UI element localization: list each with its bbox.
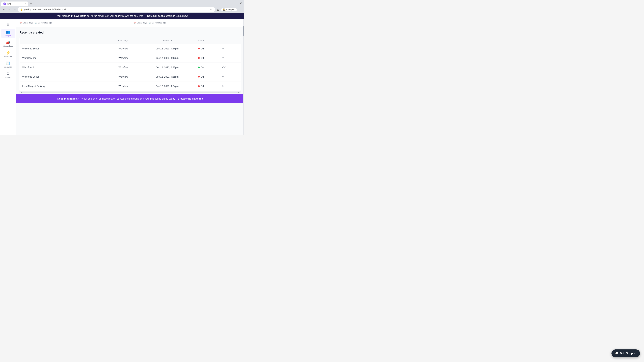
edit-button-0[interactable]: ✏ xyxy=(221,46,225,51)
sidebar-item-people[interactable]: 👥 People xyxy=(1,29,15,38)
logo-icon: ☺ xyxy=(6,23,10,26)
stat-updated-text-1: 23 minutes ago xyxy=(38,22,52,24)
people-label: People xyxy=(5,35,11,37)
stat-card-2: 📅 Last 7 days 🕐 23 minutes ago xyxy=(130,19,244,27)
workflows-table: Campaign Created on Status Welcome Serie… xyxy=(20,37,241,91)
stat-date-2: Last 7 days xyxy=(137,22,147,24)
row-created-4: Dec 12, 2023, 4:34pm xyxy=(138,81,196,91)
col-created-on: Created on xyxy=(138,37,196,44)
sidebar: ☺ 👥 People 📣 Campaigns ⚡ Workflows 📊 Ana… xyxy=(0,19,16,135)
workflows-icon: ⚡ xyxy=(6,51,10,55)
row-status-2: On xyxy=(196,63,218,72)
table-header-row: Campaign Created on Status xyxy=(20,37,241,44)
section-title: Recently created xyxy=(20,31,241,34)
col-status: Status xyxy=(196,37,218,44)
close-button[interactable]: ✕ xyxy=(239,1,243,5)
inspiration-text: Try out one or all of these proven strat… xyxy=(79,97,176,100)
row-action-3[interactable]: ✏ xyxy=(218,72,241,81)
campaigns-icon: 📣 xyxy=(6,41,10,44)
inspiration-prefix: Need inspiration? xyxy=(57,97,79,100)
row-action-1[interactable]: ✏ xyxy=(218,53,241,63)
row-action-4[interactable]: ✏ xyxy=(218,81,241,91)
row-status-0: Off xyxy=(196,44,218,53)
recently-created-section: Recently created Campaign Created on Sta… xyxy=(16,27,244,93)
restore-button[interactable]: ❐ xyxy=(233,1,237,5)
row-created-0: Dec 12, 2023, 4:44pm xyxy=(138,44,196,53)
row-created-1: Dec 12, 2023, 4:42pm xyxy=(138,53,196,63)
table-row: Workflow 2 Workflow Dec 12, 2023, 4:37pm… xyxy=(20,63,241,72)
row-campaign-4: Workflow xyxy=(108,81,138,91)
menu-button[interactable]: ⋮ xyxy=(238,7,242,12)
scroll-track xyxy=(22,92,238,93)
stat-updated-text-2: 23 minutes ago xyxy=(152,22,166,24)
row-campaign-1: Workflow xyxy=(108,53,138,63)
row-name-3: Welcome Series xyxy=(20,72,108,81)
browse-playbook-link[interactable]: Browse the playbook xyxy=(178,97,203,100)
table-row: Welcome Series Workflow Dec 12, 2023, 4:… xyxy=(20,44,241,53)
trial-banner: Your trial has 14 days left to go. All t… xyxy=(0,13,244,19)
reload-button[interactable]: ↻ xyxy=(13,7,16,12)
back-button[interactable]: ← xyxy=(2,7,6,12)
calendar-icon-2: 📅 xyxy=(134,22,136,24)
settings-icon: ⚙ xyxy=(6,72,10,76)
tab-close-button[interactable]: × xyxy=(25,3,26,5)
stat-date-1: Last 7 days xyxy=(23,22,33,24)
sidebar-item-settings[interactable]: ⚙ Settings xyxy=(1,70,15,80)
status-text-1: Off xyxy=(201,57,204,59)
stat-updated-1: 🕐 23 minutes ago xyxy=(35,22,52,24)
edit-button-3[interactable]: ✏ xyxy=(221,74,225,79)
inspiration-banner: Need inspiration? Try out one or all of … xyxy=(16,94,244,103)
scroll-right-arrow[interactable]: ▶ xyxy=(238,91,240,93)
sidebar-item-analytics[interactable]: 📊 Analytics xyxy=(1,60,15,69)
stat-updated-2: 🕐 23 minutes ago xyxy=(149,22,166,24)
row-action-0[interactable]: ✏ xyxy=(218,44,241,53)
row-campaign-2: Workflow xyxy=(108,63,138,72)
settings-label: Settings xyxy=(5,76,12,78)
tab-bar: D Drip × + ⌄ ❐ ✕ xyxy=(0,0,244,6)
status-text-3: Off xyxy=(201,75,204,78)
status-dot-3 xyxy=(198,76,200,78)
content-area: 📅 Last 7 days 🕐 23 minutes ago 📅 Last 7 … xyxy=(16,19,244,135)
horizontal-scrollbar[interactable]: ◀ ▶ xyxy=(20,91,241,93)
trial-limit: 100 email sends. xyxy=(147,14,165,17)
col-campaign: Campaign xyxy=(108,37,138,44)
incognito-badge: 🕵 Incognito xyxy=(221,8,237,11)
extensions-button[interactable]: ⊞ xyxy=(216,7,220,12)
col-name xyxy=(20,37,108,44)
bookmark-icon[interactable]: ☆ xyxy=(210,8,212,11)
analytics-label: Analytics xyxy=(4,66,12,68)
stat-meta-2: 📅 Last 7 days 🕐 23 minutes ago xyxy=(134,22,241,24)
minimize-button[interactable]: ⌄ xyxy=(228,1,232,5)
sidebar-item-campaigns[interactable]: 📣 Campaigns xyxy=(1,39,15,49)
status-dot-1 xyxy=(198,57,200,59)
status-text-0: Off xyxy=(201,47,204,50)
stat-date-range-1: 📅 Last 7 days xyxy=(20,22,33,24)
col-actions xyxy=(218,37,241,44)
table-row: Welcome Series Workflow Dec 12, 2023, 4:… xyxy=(20,72,241,81)
campaigns-label: Campaigns xyxy=(3,45,13,47)
window-controls: ⌄ ❐ ✕ xyxy=(228,1,243,5)
forward-button[interactable]: → xyxy=(8,7,12,12)
scroll-left-arrow[interactable]: ◀ xyxy=(21,91,22,93)
sidebar-item-workflows[interactable]: ⚡ Workflows xyxy=(1,49,15,59)
table-row: Lead Magnet Delivery Workflow Dec 12, 20… xyxy=(20,81,241,91)
status-text-4: Off xyxy=(201,85,204,87)
browser-chrome: D Drip × + ⌄ ❐ ✕ ← → ↻ 🔒 getdrip.com/764… xyxy=(0,0,244,13)
address-bar[interactable]: 🔒 getdrip.com/7641396/people/dashboard ☆ xyxy=(18,7,215,12)
status-dot-0 xyxy=(198,48,200,49)
tab-title: Drip xyxy=(8,2,12,5)
row-name-0: Welcome Series xyxy=(20,44,108,53)
trial-middle: to go. All the power is at your fingerti… xyxy=(84,14,147,17)
scrollbar-thumb[interactable] xyxy=(243,26,244,36)
row-status-4: Off xyxy=(196,81,218,91)
upgrade-link[interactable]: Upgrade to paid now xyxy=(166,14,188,17)
row-action-2[interactable]: ✓✓ xyxy=(218,63,241,72)
active-tab[interactable]: D Drip × xyxy=(1,1,28,6)
edit-button-4[interactable]: ✏ xyxy=(221,84,225,88)
row-status-1: Off xyxy=(196,53,218,63)
check-button-2[interactable]: ✓✓ xyxy=(221,65,227,69)
new-tab-button[interactable]: + xyxy=(29,1,33,6)
edit-button-1[interactable]: ✏ xyxy=(221,56,225,60)
vertical-scrollbar[interactable] xyxy=(243,19,244,135)
row-name-1: Workflow one xyxy=(20,53,108,63)
